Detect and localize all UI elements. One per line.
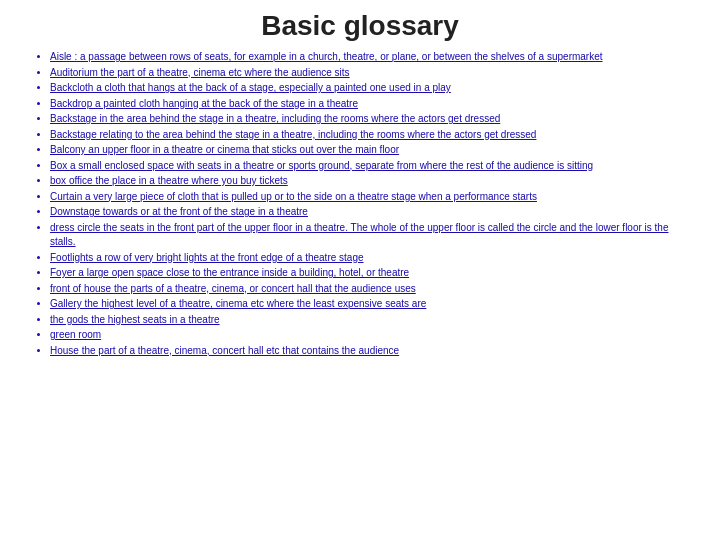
list-item: box office the place in a theatre where …	[50, 174, 690, 189]
list-item: Backcloth a cloth that hangs at the back…	[50, 81, 690, 96]
list-item: Gallery the highest level of a theatre, …	[50, 297, 690, 312]
list-item: Backstage relating to the area behind th…	[50, 128, 690, 143]
page-title: Basic glossary	[30, 10, 690, 42]
list-item: Aisle : a passage between rows of seats,…	[50, 50, 690, 65]
list-item: Balcony an upper floor in a theatre or c…	[50, 143, 690, 158]
page-container: Basic glossary Aisle : a passage between…	[0, 0, 720, 540]
list-item: Downstage towards or at the front of the…	[50, 205, 690, 220]
list-item: Box a small enclosed space with seats in…	[50, 159, 690, 174]
list-item: Auditorium the part of a theatre, cinema…	[50, 66, 690, 81]
list-item: green room	[50, 328, 690, 343]
list-item: House the part of a theatre, cinema, con…	[50, 344, 690, 359]
list-item: Backdrop a painted cloth hanging at the …	[50, 97, 690, 112]
list-item: Backstage in the area behind the stage i…	[50, 112, 690, 127]
list-item: Curtain a very large piece of cloth that…	[50, 190, 690, 205]
list-item: Foyer a large open space close to the en…	[50, 266, 690, 281]
list-item: the gods the highest seats in a theatre	[50, 313, 690, 328]
list-item: Footlights a row of very bright lights a…	[50, 251, 690, 266]
list-item: front of house the parts of a theatre, c…	[50, 282, 690, 297]
list-item: dress circle the seats in the front part…	[50, 221, 690, 250]
glossary-list: Aisle : a passage between rows of seats,…	[30, 50, 690, 358]
